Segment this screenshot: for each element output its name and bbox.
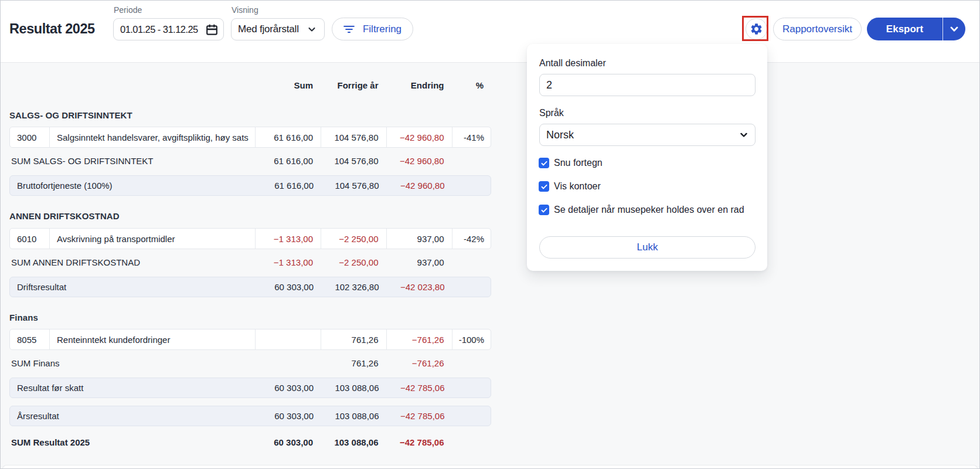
language-label: Språk bbox=[539, 108, 564, 118]
account-prev: −2 250,00 bbox=[321, 229, 387, 249]
highlight-row-prev: 103 088,06 bbox=[321, 411, 387, 421]
account-pct: -42% bbox=[452, 229, 492, 249]
account-change: −761,26 bbox=[387, 329, 452, 349]
highlight-row-change: −42 023,80 bbox=[387, 282, 452, 292]
highlight-row-operating-result: Driftsresultat 60 303,00 102 326,80 −42 … bbox=[9, 277, 491, 297]
sum-row-change: 937,00 bbox=[386, 257, 452, 267]
sum-row-prev: 104 576,80 bbox=[321, 156, 386, 166]
total-row-prev: 103 088,06 bbox=[321, 437, 386, 447]
sum-row-finance: SUM Finans 761,26 −761,26 bbox=[9, 350, 491, 376]
header-divider bbox=[0, 62, 980, 63]
checkbox-checked-icon[interactable] bbox=[539, 205, 549, 215]
account-row-8055[interactable]: 8055 Renteinntekt kundefordringer 761,26… bbox=[9, 329, 491, 350]
checkbox-row-invert-sign[interactable]: Snu fortegn bbox=[539, 158, 603, 168]
colhead-change: Endring bbox=[386, 80, 452, 90]
colhead-percent: % bbox=[452, 80, 492, 90]
section-heading-finance: Finans bbox=[9, 312, 38, 322]
close-popover-label: Lukk bbox=[637, 242, 658, 253]
sum-row-sum: 61 616,00 bbox=[255, 156, 321, 166]
checkbox-label: Vis kontoer bbox=[554, 181, 601, 192]
checkbox-row-hover-details[interactable]: Se detaljer når musepeker holdes over en… bbox=[539, 205, 744, 215]
sum-row-sum: −1 313,00 bbox=[255, 257, 321, 267]
chevron-down-icon bbox=[950, 26, 958, 32]
highlight-row-label: Resultat før skatt bbox=[10, 383, 256, 393]
account-sum: −1 313,00 bbox=[256, 229, 322, 249]
account-change: 937,00 bbox=[387, 229, 452, 249]
sum-row-label: SUM ANNEN DRIFTSKOSTNAD bbox=[9, 257, 255, 267]
highlight-row-label: Årsresultat bbox=[10, 411, 256, 421]
highlight-row-prev: 104 576,80 bbox=[321, 181, 387, 191]
filter-icon bbox=[343, 25, 355, 33]
checkbox-row-show-accounts[interactable]: Vis kontoer bbox=[539, 181, 601, 192]
account-row-6010[interactable]: 6010 Avskrivning på transportmidler −1 3… bbox=[9, 228, 491, 249]
chevron-down-icon bbox=[740, 132, 747, 138]
settings-popover: Antall desimaler 2 Språk Norsk Snu forte… bbox=[527, 44, 767, 271]
sum-row-prev: −2 250,00 bbox=[321, 257, 386, 267]
highlight-row-change: −42 785,06 bbox=[387, 411, 452, 421]
highlight-row-prev: 102 326,80 bbox=[321, 282, 387, 292]
section-heading-other-costs: ANNEN DRIFTSKOSTNAD bbox=[9, 211, 120, 221]
highlight-row-change: −42 960,80 bbox=[387, 181, 452, 191]
view-select-value: Med fjorårstall bbox=[238, 23, 308, 35]
colhead-spacer bbox=[49, 80, 255, 90]
account-prev: 761,26 bbox=[321, 329, 387, 349]
view-label: Visning bbox=[232, 5, 258, 15]
account-sum: 61 616,00 bbox=[256, 127, 322, 147]
account-name: Avskrivning på transportmidler bbox=[50, 229, 256, 249]
highlight-row-sum: 60 303,00 bbox=[256, 282, 322, 292]
view-select[interactable]: Med fjorårstall bbox=[231, 18, 325, 40]
filter-button[interactable]: Filtrering bbox=[332, 18, 413, 40]
export-dropdown-toggle[interactable] bbox=[943, 18, 965, 40]
sum-row-label: SUM SALGS- OG DRIFTSINNTEKT bbox=[9, 156, 255, 166]
decimals-input[interactable]: 2 bbox=[539, 74, 756, 96]
page-title: Resultat 2025 bbox=[9, 21, 95, 37]
sum-row-change: −42 960,80 bbox=[386, 156, 452, 166]
filter-button-label: Filtrering bbox=[363, 23, 401, 35]
export-button[interactable]: Eksport bbox=[867, 18, 965, 40]
account-prev: 104 576,80 bbox=[321, 127, 387, 147]
report-overview-label: Rapportoversikt bbox=[782, 23, 852, 35]
export-button-label[interactable]: Eksport bbox=[867, 18, 942, 40]
account-code: 8055 bbox=[10, 329, 50, 349]
decimals-input-value: 2 bbox=[546, 79, 552, 91]
close-popover-button[interactable]: Lukk bbox=[539, 236, 756, 259]
account-name: Renteinntekt kundefordringer bbox=[50, 329, 256, 349]
highlight-row-label: Driftsresultat bbox=[10, 282, 256, 292]
highlight-row-change: −42 785,06 bbox=[387, 383, 452, 393]
account-row-3000[interactable]: 3000 Salgsinntekt handelsvarer, avgiftsp… bbox=[9, 127, 491, 148]
section-heading-sales: SALGS- OG DRIFTSINNTEKT bbox=[9, 110, 132, 120]
colhead-spacer bbox=[9, 80, 49, 90]
decimals-label: Antall desimaler bbox=[539, 58, 606, 69]
sum-row-other-costs: SUM ANNEN DRIFTSKOSTNAD −1 313,00 −2 250… bbox=[9, 249, 491, 275]
report-overview-button[interactable]: Rapportoversikt bbox=[773, 18, 862, 40]
app-window: Resultat 2025 Periode 01.01.25 - 31.12.2… bbox=[0, 0, 980, 469]
highlight-row-year-result: Årsresultat 60 303,00 103 088,06 −42 785… bbox=[9, 406, 491, 426]
highlight-row-prev: 103 088,06 bbox=[321, 383, 387, 393]
sum-row-label: SUM Finans bbox=[9, 358, 255, 368]
total-row-change: −42 785,06 bbox=[386, 437, 452, 447]
period-label: Periode bbox=[114, 5, 142, 15]
report-content: Sum Forrige år Endring % SALGS- OG DRIFT… bbox=[0, 63, 980, 469]
language-select[interactable]: Norsk bbox=[539, 124, 756, 146]
colhead-prev-year: Forrige år bbox=[321, 80, 386, 90]
highlight-row-pretax-result: Resultat før skatt 60 303,00 103 088,06 … bbox=[9, 378, 491, 398]
account-code: 3000 bbox=[10, 127, 50, 147]
calendar-icon bbox=[206, 24, 217, 35]
sum-row-sales: SUM SALGS- OG DRIFTSINNTEKT 61 616,00 10… bbox=[9, 148, 491, 174]
highlight-row-label: Bruttofortjeneste (100%) bbox=[10, 181, 256, 191]
next-panel-edge bbox=[2, 465, 978, 469]
checkbox-checked-icon[interactable] bbox=[539, 181, 549, 192]
account-change: −42 960,80 bbox=[387, 127, 452, 147]
period-date-input[interactable]: 01.01.25 - 31.12.25 bbox=[113, 18, 224, 40]
account-code: 6010 bbox=[10, 229, 50, 249]
annotation-highlight-box bbox=[742, 16, 768, 41]
sum-row-change: −761,26 bbox=[386, 358, 452, 368]
total-row-label: SUM Resultat 2025 bbox=[9, 437, 255, 447]
colhead-sum: Sum bbox=[255, 80, 321, 90]
account-pct: -41% bbox=[452, 127, 492, 147]
period-date-value: 01.01.25 - 31.12.25 bbox=[120, 24, 206, 35]
account-pct: -100% bbox=[452, 329, 492, 349]
total-row-sum: 60 303,00 bbox=[255, 437, 321, 447]
account-sum bbox=[256, 329, 322, 349]
checkbox-checked-icon[interactable] bbox=[539, 158, 549, 168]
